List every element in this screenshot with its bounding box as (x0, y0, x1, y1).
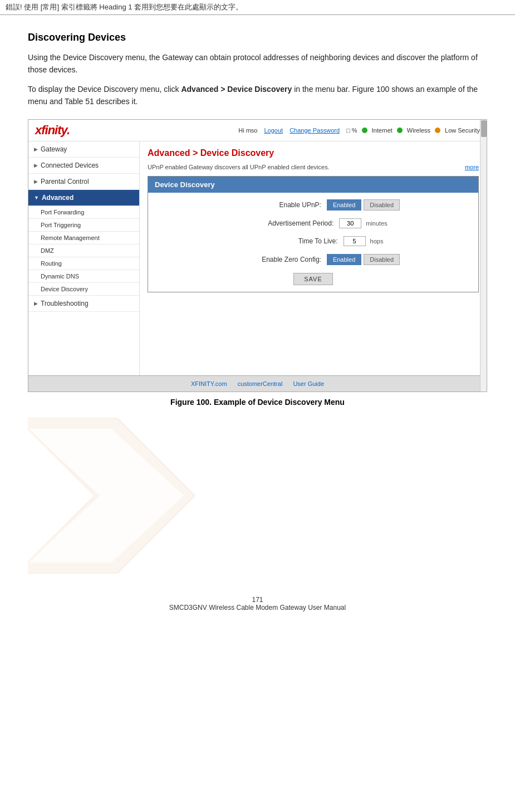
sidebar-item-gateway[interactable]: ▶ Gateway (28, 141, 139, 158)
wireless-label: Wireless (407, 127, 430, 134)
xfinity-body: ▶ Gateway ▶ Connected Devices ▶ Parental… (28, 141, 487, 375)
save-row: SAVE (156, 273, 470, 285)
sidebar-sub-port-triggering[interactable]: Port Triggering (28, 219, 139, 232)
info-text: more UPnP enabled Gateway discovers all … (148, 164, 479, 170)
device-discovery-panel: Device Discovery Enable UPnP: Enabled Di… (148, 176, 479, 292)
advanced-arrow: ▼ (34, 195, 39, 200)
watermark-area (28, 418, 487, 574)
enable-upnp-control: Enabled Disabled (327, 199, 400, 211)
internet-status-dot (362, 128, 367, 133)
para2-bold: Advanced > Device Discovery (181, 85, 292, 94)
section-heading: Discovering Devices (28, 32, 487, 43)
wireless-status-dot (397, 128, 403, 133)
para2-prefix: To display the Device Discovery menu, cl… (28, 85, 181, 94)
upnp-enabled-button[interactable]: Enabled (327, 199, 361, 211)
ttl-input[interactable] (344, 236, 366, 246)
sidebar-item-advanced-label: Advanced (42, 194, 73, 202)
status-icons: □ % Internet Wireless Low Security (346, 127, 480, 134)
sidebar-item-parental-control-label: Parental Control (41, 178, 89, 185)
sidebar-item-connected-devices-label: Connected Devices (41, 162, 99, 169)
error-bar: 錯誤! 使用 [常用] 索引標籤將 Heading 1 套用到您想要在此處顯示的… (0, 0, 515, 15)
xfinity-footer: XFINITY.com customerCentral User Guide (28, 375, 487, 392)
internet-label: Internet (372, 127, 393, 134)
sidebar-item-parental-control[interactable]: ▶ Parental Control (28, 174, 139, 190)
zero-config-enabled-button[interactable]: Enabled (327, 254, 361, 265)
sidebar-item-advanced[interactable]: ▼ Advanced (28, 190, 139, 206)
zero-config-row: Enable Zero Config: Enabled Disabled (156, 254, 470, 265)
advertisement-period-control: minutes (339, 218, 388, 228)
zero-config-disabled-button[interactable]: Disabled (364, 254, 400, 265)
upnp-disabled-button[interactable]: Disabled (364, 199, 400, 211)
sidebar-sub-routing[interactable]: Routing (28, 257, 139, 270)
svg-marker-1 (28, 429, 184, 562)
gateway-arrow: ▶ (34, 146, 38, 152)
paragraph-2: To display the Device Discovery menu, cl… (28, 83, 487, 108)
screenshot-box: xfinity. Hi mso Logout Change Password □… (28, 119, 487, 392)
sidebar-sub-dynamic-dns[interactable]: Dynamic DNS (28, 270, 139, 283)
page-number: 171 (28, 596, 487, 604)
sidebar-sub-remote-management[interactable]: Remote Management (28, 232, 139, 244)
footer-link-customer-central[interactable]: customerCentral (238, 380, 283, 387)
error-text: 錯誤! 使用 [常用] 索引標籤將 Heading 1 套用到您想要在此處顯示的… (6, 3, 243, 11)
sidebar-item-gateway-label: Gateway (41, 145, 67, 153)
page-footer: 171 SMCD3GNV Wireless Cable Modem Gatewa… (28, 596, 487, 623)
figure-caption: Figure 100. Example of Device Discovery … (28, 398, 487, 407)
scroll-thumb[interactable] (481, 120, 487, 137)
sidebar-item-connected-devices[interactable]: ▶ Connected Devices (28, 158, 139, 174)
advertisement-period-row: Advertisement Period: minutes (156, 218, 470, 228)
security-label: Low Security (445, 127, 480, 134)
ttl-row: Time To Live: hops (156, 236, 470, 246)
advertisement-period-unit: minutes (366, 220, 388, 227)
top-right-bar: Hi mso Logout Change Password □ % Intern… (238, 127, 480, 134)
xfinity-topbar: xfinity. Hi mso Logout Change Password □… (28, 120, 487, 141)
ttl-label: Time To Live: (243, 237, 338, 245)
greeting-text: Hi mso (238, 127, 257, 134)
footer-link-xfinity[interactable]: XFINITY.com (191, 380, 227, 387)
signal-percent: □ % (346, 127, 357, 134)
sidebar-sub-device-discovery[interactable]: Device Discovery (28, 283, 139, 296)
zero-config-label: Enable Zero Config: (227, 256, 321, 263)
enable-upnp-label: Enable UPnP: (227, 201, 321, 209)
save-button[interactable]: SAVE (293, 273, 333, 285)
parental-control-arrow: ▶ (34, 179, 38, 184)
zero-config-control: Enabled Disabled (327, 254, 400, 265)
document-area: Discovering Devices Using the Device Dis… (0, 15, 515, 639)
sidebar-sub-port-forwarding[interactable]: Port Forwarding (28, 206, 139, 219)
ttl-control: hops (344, 236, 384, 246)
footer-link-user-guide[interactable]: User Guide (293, 380, 324, 387)
security-status-dot (435, 128, 440, 133)
sidebar: ▶ Gateway ▶ Connected Devices ▶ Parental… (28, 141, 140, 375)
info-text-content: UPnP enabled Gateway discovers all UPnP … (148, 164, 330, 170)
doc-title: SMCD3GNV Wireless Cable Modem Gateway Us… (28, 604, 487, 612)
enable-upnp-row: Enable UPnP: Enabled Disabled (156, 199, 470, 211)
advertisement-period-label: Advertisement Period: (239, 219, 333, 227)
sidebar-item-troubleshooting-label: Troubleshooting (41, 300, 89, 307)
dd-panel-header: Device Discovery (148, 177, 478, 193)
sidebar-item-troubleshooting[interactable]: ▶ Troubleshooting (28, 296, 139, 312)
xfinity-logo: xfinity. (35, 123, 70, 138)
paragraph-1: Using the Device Discovery menu, the Gat… (28, 51, 487, 76)
ttl-unit: hops (370, 238, 384, 244)
xfinity-ui: xfinity. Hi mso Logout Change Password □… (28, 120, 487, 392)
watermark-svg (28, 418, 195, 574)
scroll-bar[interactable] (480, 120, 487, 392)
sidebar-sub-dmz[interactable]: DMZ (28, 244, 139, 257)
troubleshooting-arrow: ▶ (34, 301, 38, 306)
dd-panel-body: Enable UPnP: Enabled Disabled Advertisem… (148, 193, 478, 292)
change-password-link[interactable]: Change Password (290, 127, 340, 134)
content-area: Advanced > Device Discovery more UPnP en… (140, 141, 487, 375)
more-link[interactable]: more (465, 164, 479, 170)
content-title: Advanced > Device Discovery (148, 148, 479, 158)
advertisement-period-input[interactable] (339, 218, 361, 228)
logout-link[interactable]: Logout (264, 127, 283, 134)
connected-devices-arrow: ▶ (34, 163, 38, 168)
